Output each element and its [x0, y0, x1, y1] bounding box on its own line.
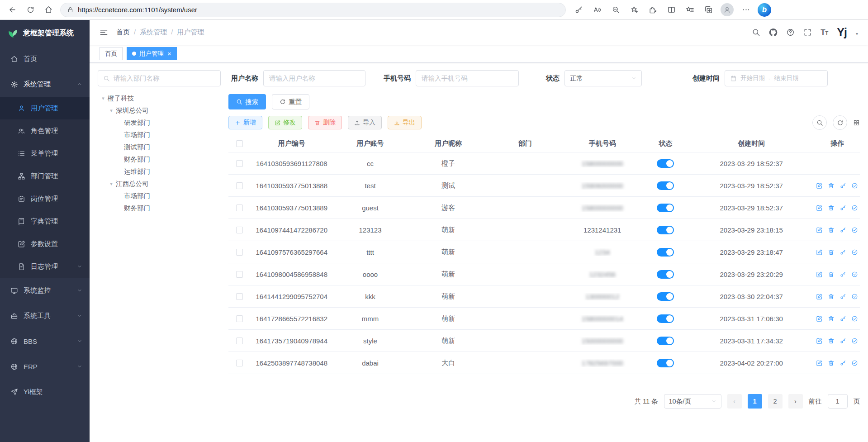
close-icon[interactable]: × — [167, 50, 171, 57]
username-input[interactable] — [263, 70, 365, 86]
row-checkbox[interactable] — [236, 160, 243, 167]
sidebar-item-dict-management[interactable]: 字典管理 — [0, 210, 90, 233]
reset-password-icon[interactable] — [840, 227, 846, 233]
assign-role-icon[interactable] — [851, 360, 858, 366]
row-checkbox[interactable] — [236, 182, 243, 189]
row-checkbox[interactable] — [236, 227, 243, 233]
status-toggle[interactable] — [657, 159, 674, 168]
user-logo[interactable]: Yj — [837, 27, 847, 38]
row-checkbox[interactable] — [236, 293, 243, 300]
tree-node[interactable]: 测试部门 — [98, 141, 221, 153]
row-checkbox[interactable] — [236, 271, 243, 278]
sidebar-item-log-management[interactable]: 日志管理 — [0, 255, 90, 278]
page-button-1[interactable]: 1 — [748, 394, 762, 409]
sidebar-item-system-monitor[interactable]: 系统监控 — [0, 278, 90, 303]
more-options-icon[interactable] — [737, 1, 754, 19]
refresh-table-button[interactable] — [833, 115, 847, 130]
sidebar-item-home[interactable]: 首页 — [0, 46, 90, 71]
github-icon[interactable] — [769, 28, 778, 37]
edit-icon[interactable] — [816, 337, 823, 344]
prev-page-button[interactable]: ‹ — [727, 394, 742, 409]
status-select[interactable]: 正常 — [564, 70, 642, 86]
tree-node[interactable]: ▾橙子科技 — [98, 92, 221, 105]
export-button[interactable]: 导出 — [388, 116, 422, 129]
page-size-select[interactable]: 10条/页 — [664, 394, 721, 409]
edit-icon[interactable] — [816, 360, 823, 366]
favorites-icon[interactable] — [681, 1, 698, 19]
edit-icon[interactable] — [816, 227, 823, 233]
tree-node[interactable]: 运维部门 — [98, 166, 221, 178]
status-toggle[interactable] — [657, 270, 674, 279]
sidebar-item-yi-framework[interactable]: Yi框架 — [0, 379, 90, 404]
import-button[interactable]: 导入 — [348, 116, 382, 129]
reset-password-icon[interactable] — [840, 360, 846, 366]
date-range-picker[interactable]: 开始日期 - 结束日期 — [725, 70, 828, 86]
assign-role-icon[interactable] — [851, 249, 858, 256]
back-icon[interactable] — [4, 1, 21, 19]
zoom-out-icon[interactable] — [607, 1, 624, 19]
split-screen-icon[interactable] — [663, 1, 680, 19]
next-page-button[interactable]: › — [788, 394, 803, 409]
tab-home[interactable]: 首页 — [100, 47, 123, 60]
edit-icon[interactable] — [816, 182, 823, 189]
address-bar[interactable]: https://ccnetcore.com:1101/system/user — [60, 3, 566, 17]
font-size-icon[interactable]: TT — [821, 29, 828, 36]
delete-icon[interactable] — [828, 337, 835, 344]
delete-icon[interactable] — [828, 271, 835, 278]
reset-button[interactable]: 重置 — [272, 94, 309, 109]
tree-node[interactable]: ▾江西总公司 — [98, 178, 221, 190]
reset-password-icon[interactable] — [840, 337, 846, 344]
extensions-icon[interactable] — [644, 1, 661, 19]
assign-role-icon[interactable] — [851, 293, 858, 300]
assign-role-icon[interactable] — [851, 227, 858, 233]
delete-button[interactable]: 删除 — [308, 116, 342, 129]
fullscreen-icon[interactable] — [803, 28, 812, 37]
edit-icon[interactable] — [816, 249, 823, 256]
reset-password-icon[interactable] — [840, 293, 846, 300]
edit-icon[interactable] — [816, 204, 823, 211]
status-toggle[interactable] — [657, 292, 674, 301]
dept-search-box[interactable] — [98, 70, 221, 86]
sidebar-item-menu-management[interactable]: 菜单管理 — [0, 142, 90, 165]
assign-role-icon[interactable] — [851, 315, 858, 322]
password-key-icon[interactable] — [570, 1, 587, 19]
breadcrumb-home[interactable]: 首页 — [116, 28, 130, 37]
tree-node[interactable]: 财务部门 — [98, 153, 221, 166]
assign-role-icon[interactable] — [851, 337, 858, 344]
search-button[interactable]: 搜索 — [228, 94, 266, 109]
status-toggle[interactable] — [657, 226, 674, 234]
sidebar-item-dept-management[interactable]: 部门管理 — [0, 165, 90, 187]
row-checkbox[interactable] — [236, 360, 243, 366]
columns-toggle-button[interactable] — [853, 119, 860, 126]
status-toggle[interactable] — [657, 359, 674, 367]
delete-icon[interactable] — [828, 249, 835, 256]
sidebar-item-user-management[interactable]: 用户管理 — [0, 97, 90, 119]
sidebar-item-post-management[interactable]: 岗位管理 — [0, 187, 90, 210]
select-all-checkbox[interactable] — [236, 140, 243, 147]
copilot-icon[interactable]: b — [758, 3, 771, 17]
status-toggle[interactable] — [657, 314, 674, 323]
collapse-sidebar-icon[interactable] — [100, 28, 108, 37]
caret-down-icon[interactable]: ▾ — [107, 181, 116, 187]
add-favorite-icon[interactable] — [626, 1, 643, 19]
caret-down-icon[interactable]: ▾ — [99, 95, 108, 101]
tree-node[interactable]: 财务部门 — [98, 202, 221, 214]
help-icon[interactable] — [786, 28, 795, 37]
status-toggle[interactable] — [657, 248, 674, 257]
sidebar-item-erp[interactable]: ERP — [0, 354, 90, 379]
status-toggle[interactable] — [657, 337, 674, 345]
read-aloud-icon[interactable] — [588, 1, 606, 19]
page-button-2[interactable]: 2 — [768, 394, 783, 409]
sidebar-item-role-management[interactable]: 角色管理 — [0, 119, 90, 142]
delete-icon[interactable] — [828, 204, 835, 211]
delete-icon[interactable] — [828, 360, 835, 366]
phone-input[interactable] — [416, 70, 519, 86]
reset-password-icon[interactable] — [840, 271, 846, 278]
reset-password-icon[interactable] — [840, 249, 846, 256]
edit-icon[interactable] — [816, 293, 823, 300]
row-checkbox[interactable] — [236, 204, 243, 211]
collections-icon[interactable] — [700, 1, 717, 19]
tree-node[interactable]: 市场部门 — [98, 190, 221, 202]
status-toggle[interactable] — [657, 204, 674, 212]
status-toggle[interactable] — [657, 181, 674, 190]
